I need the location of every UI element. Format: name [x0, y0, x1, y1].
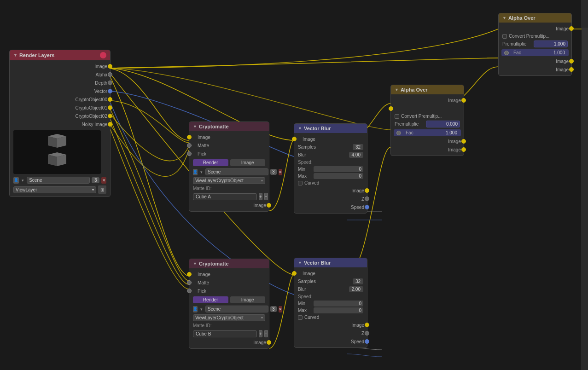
vb2-socket-image[interactable] — [292, 271, 297, 276]
cm1-image-btn[interactable]: Image — [230, 159, 266, 166]
output-crypto1-socket[interactable] — [108, 105, 112, 110]
cm2-matte-add-btn[interactable]: + — [259, 330, 262, 337]
cm1-render-btn[interactable]: Render — [193, 159, 228, 166]
cm1-scene-dropdown-arrow: ▾ — [199, 170, 204, 174]
ao2-out-socket2[interactable] — [569, 67, 574, 72]
cm1-matte-input-row: + − — [189, 192, 269, 201]
vb2-samples-val[interactable]: 32 — [353, 278, 363, 284]
cm2-dropdown[interactable]: ViewLayerCryptoObject ▾ — [193, 314, 265, 321]
output-crypto2-label: CryptoObject02 — [76, 114, 107, 119]
cryptomatte-2-header: ▼ Cryptomatte — [189, 259, 269, 268]
collapse-arrow[interactable]: ▼ — [13, 53, 17, 58]
vb1-curved-checkbox[interactable] — [298, 181, 303, 185]
vb2-out-z-socket[interactable] — [365, 331, 369, 335]
ao1-fac-socket[interactable] — [396, 131, 401, 135]
vb2-min-val[interactable]: 0 — [314, 301, 363, 306]
cm2-output-image-label: Image — [253, 340, 266, 345]
right-edge-btn[interactable] — [582, 28, 588, 60]
vb2-collapse-arrow[interactable]: ▼ — [298, 260, 302, 265]
output-vector-socket[interactable] — [108, 89, 112, 93]
vb2-output-speed: Speed — [294, 337, 367, 346]
output-crypto0-socket[interactable] — [108, 97, 112, 102]
vb1-socket-image[interactable] — [292, 137, 297, 141]
layer-dropdown[interactable]: ViewLayer ▾ — [13, 186, 96, 193]
ao1-out-socket1[interactable] — [461, 139, 466, 144]
vb1-samples-val[interactable]: 32 — [353, 144, 363, 150]
ao1-input-label: Image — [448, 98, 461, 103]
scene-input[interactable] — [27, 177, 90, 184]
ao2-out-socket1[interactable] — [569, 59, 574, 64]
layer-browse-btn[interactable]: ⊞ — [98, 185, 106, 194]
cm2-scene-input[interactable] — [205, 306, 268, 312]
cm1-dropdown[interactable]: ViewLayerCryptoObject ▾ — [193, 177, 265, 184]
output-alpha-socket[interactable] — [108, 72, 112, 77]
cm2-output-socket[interactable] — [267, 340, 271, 345]
cm1-matte-input[interactable] — [193, 193, 257, 200]
cm2-matte-input[interactable] — [193, 330, 257, 337]
cm2-scene-close-btn[interactable]: ✕ — [279, 306, 282, 312]
vb2-body: Image Samples 32 Blur 2.00 Speed: Min 0 … — [294, 267, 367, 347]
vb2-blur-val[interactable]: 2.00 — [349, 286, 363, 292]
vb2-samples-row: Samples 32 — [294, 278, 367, 285]
ao2-premultiplie-val[interactable]: 1.000 — [534, 40, 568, 47]
vb1-out-z-socket[interactable] — [365, 197, 369, 201]
cm1-socket-matte[interactable] — [187, 143, 192, 148]
ao1-fac-val[interactable]: 1.000 — [446, 130, 457, 135]
cm1-socket-image[interactable] — [187, 135, 192, 139]
cm1-matte-add-btn[interactable]: + — [259, 193, 262, 200]
cryptomatte-1-node: ▼ Cryptomatte Image Matte Pick Render Im… — [189, 121, 269, 212]
cm2-socket-pick[interactable] — [187, 289, 192, 293]
alpha-over-1-node: ▼ Alpha Over Image Convert Premultip... … — [390, 85, 464, 156]
vb1-out-image-socket[interactable] — [365, 188, 369, 193]
cm2-matte-remove-btn[interactable]: − — [264, 330, 268, 337]
ao2-output-image2: Image — [499, 65, 571, 74]
cm1-matte-remove-btn[interactable]: − — [264, 193, 268, 200]
vb2-out-speed-socket[interactable] — [365, 339, 369, 344]
ao2-image-row: Image — [499, 24, 571, 33]
cm2-socket-image[interactable] — [187, 272, 192, 277]
ao1-out-socket2[interactable] — [461, 147, 466, 152]
ao2-fac-val[interactable]: 1.000 — [553, 50, 565, 55]
output-noisy-socket[interactable] — [108, 122, 112, 127]
cm1-socket-pick[interactable] — [187, 151, 192, 156]
collapse-arrow-2[interactable]: ▼ — [193, 261, 197, 266]
vb1-out-speed-socket[interactable] — [365, 205, 369, 209]
vb1-blur-val[interactable]: 4.00 — [349, 152, 363, 158]
cm2-socket-matte[interactable] — [187, 280, 192, 285]
cm1-input-pick: Pick — [189, 150, 269, 158]
cm1-scene-close-btn[interactable]: ✕ — [279, 169, 282, 175]
output-noisy-label: Noisy Image — [82, 122, 107, 127]
output-image-socket[interactable] — [108, 64, 112, 69]
ao2-image-socket-out[interactable] — [569, 26, 574, 31]
vb2-output-image: Image — [294, 321, 367, 329]
vb1-min-val[interactable]: 0 — [314, 166, 363, 172]
vb2-header: ▼ Vector Blur — [294, 258, 367, 267]
output-depth-socket[interactable] — [108, 81, 112, 85]
ao1-socket-image-in[interactable] — [389, 106, 393, 111]
cm2-scene-icon: 👤 — [193, 306, 198, 312]
ao1-socket-image-out[interactable] — [461, 98, 466, 103]
ao1-checkbox[interactable] — [395, 114, 399, 119]
ao2-checkbox[interactable] — [502, 34, 507, 39]
vb1-input-image: Image — [294, 135, 367, 143]
ao2-collapse-arrow[interactable]: ▼ — [502, 16, 506, 20]
ao2-fac-label: Fac — [512, 50, 552, 55]
vb2-output-speed-label: Speed — [351, 339, 364, 344]
vb2-curved-checkbox[interactable] — [298, 315, 303, 320]
output-crypto2-socket[interactable] — [108, 114, 112, 118]
vb1-collapse-arrow[interactable]: ▼ — [298, 126, 302, 131]
vb2-out-image-socket[interactable] — [365, 323, 369, 327]
cm1-scene-input[interactable] — [205, 168, 268, 175]
vb2-max-val[interactable]: 0 — [314, 307, 363, 313]
cm2-dropdown-value: ViewLayerCryptoObject — [195, 315, 244, 320]
render-layers-body: Image Alpha Depth Vector CryptoObject00 … — [10, 60, 110, 197]
cm2-image-btn[interactable]: Image — [230, 296, 266, 303]
scene-close-btn[interactable]: ✕ — [101, 177, 106, 184]
cm1-output-socket[interactable] — [267, 203, 271, 208]
cm2-render-btn[interactable]: Render — [193, 296, 228, 303]
ao1-premultiplie-val[interactable]: 0.000 — [426, 121, 460, 127]
ao1-collapse-arrow[interactable]: ▼ — [395, 87, 399, 92]
ao2-fac-socket[interactable] — [504, 51, 509, 55]
collapse-arrow-1[interactable]: ▼ — [193, 124, 197, 129]
vb1-max-val[interactable]: 0 — [314, 173, 363, 179]
